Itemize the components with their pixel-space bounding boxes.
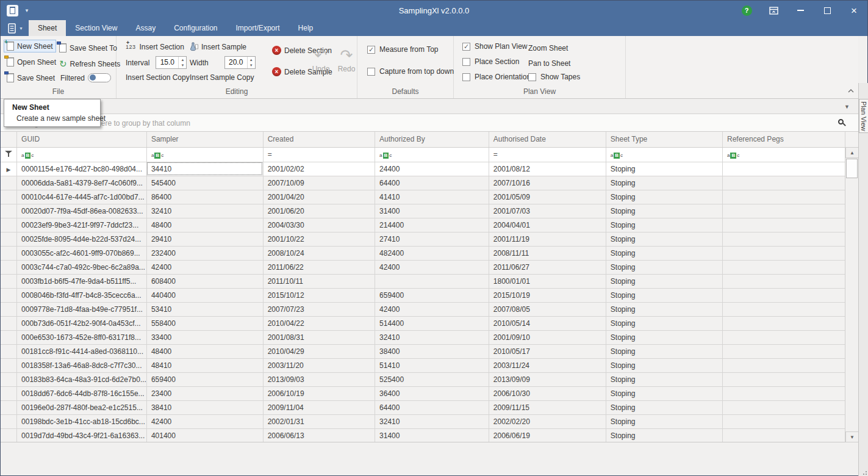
- cell-sampler[interactable]: 232400: [146, 246, 263, 260]
- cell-created[interactable]: 2001/02/02: [263, 162, 375, 176]
- cell-authorized-by[interactable]: 31400: [375, 428, 489, 442]
- tab-assay[interactable]: Assay: [126, 20, 165, 36]
- filter-cell-authorised-date[interactable]: =: [489, 147, 606, 162]
- cell-guid[interactable]: 00196e0d-287f-480f-bea2-e1c2515...: [17, 400, 147, 414]
- cell-sheet-type[interactable]: Stoping: [606, 316, 722, 330]
- table-row[interactable]: 00006dda-5a81-4379-8ef7-4c060f9...545400…: [1, 176, 858, 190]
- group-by-panel[interactable]: Drag a column header here to group by th…: [1, 114, 858, 132]
- cell-authorized-by[interactable]: 32410: [375, 330, 489, 344]
- cell-authorized-by[interactable]: 31400: [375, 204, 489, 218]
- cell-authorised-date[interactable]: 2009/11/15: [489, 400, 606, 414]
- cell-authorized-by[interactable]: 27410: [375, 232, 489, 246]
- cell-sheet-type[interactable]: Stoping: [606, 232, 722, 246]
- cell-referenced-pegs[interactable]: [723, 330, 845, 344]
- cell-authorised-date[interactable]: 2006/10/30: [489, 386, 606, 400]
- cell-authorized-by[interactable]: 24400: [375, 162, 489, 176]
- cell-referenced-pegs[interactable]: [723, 344, 845, 358]
- cell-guid[interactable]: 0009778e-71d8-4faa-b49e-c77951f...: [17, 302, 147, 316]
- table-row[interactable]: 0003055c-af2c-4601-9ff9-070b869...232400…: [1, 246, 858, 260]
- cell-sampler[interactable]: 86400: [146, 190, 263, 204]
- cell-authorised-date[interactable]: 2004/04/01: [489, 218, 606, 232]
- cell-referenced-pegs[interactable]: [723, 358, 845, 372]
- help-button[interactable]: ?: [733, 1, 760, 20]
- undo-button[interactable]: ↶ Undo: [309, 40, 333, 80]
- cell-created[interactable]: 2001/10/22: [263, 232, 375, 246]
- cell-authorized-by[interactable]: 42400: [375, 260, 489, 274]
- resize-grip[interactable]: [861, 469, 867, 475]
- cell-authorised-date[interactable]: 2010/05/17: [489, 344, 606, 358]
- cell-sampler[interactable]: 42400: [146, 260, 263, 274]
- cell-created[interactable]: 2010/04/29: [263, 344, 375, 358]
- cell-authorised-date[interactable]: 2001/08/12: [489, 162, 606, 176]
- cell-guid[interactable]: 0003055c-af2c-4601-9ff9-070b869...: [17, 246, 147, 260]
- cell-guid[interactable]: 0018358f-13a6-46a8-8dc8-c7f7c30...: [17, 358, 147, 372]
- cell-sampler[interactable]: 401400: [146, 428, 263, 442]
- cell-sheet-type[interactable]: Stoping: [606, 344, 722, 358]
- save-sheet-to-button[interactable]: Save Sheet To: [56, 41, 120, 54]
- cell-referenced-pegs[interactable]: [723, 176, 845, 190]
- cell-guid[interactable]: 0003fb1d-b6f5-47fe-9da4-b511ff5...: [17, 274, 147, 288]
- measure-from-top-checkbox[interactable]: Measure from Top: [367, 45, 439, 54]
- cell-created[interactable]: 2001/04/20: [263, 190, 375, 204]
- cell-created[interactable]: 2011/06/22: [263, 260, 375, 274]
- minimize-button[interactable]: [787, 1, 814, 20]
- cell-referenced-pegs[interactable]: [723, 190, 845, 204]
- width-up-icon[interactable]: ▲: [248, 57, 255, 63]
- table-row[interactable]: 0018358f-13a6-46a8-8dc8-c7f7c30...484102…: [1, 358, 858, 372]
- cell-referenced-pegs[interactable]: [723, 162, 845, 176]
- cell-created[interactable]: 2011/10/11: [263, 274, 375, 288]
- cell-sampler[interactable]: 48400: [146, 344, 263, 358]
- table-row[interactable]: 0003c744-c7a0-492c-9bec-6c2a89a...424002…: [1, 260, 858, 274]
- cell-authorized-by[interactable]: 51410: [375, 358, 489, 372]
- cell-sheet-type[interactable]: Stoping: [606, 274, 722, 288]
- cell-created[interactable]: 2015/10/12: [263, 288, 375, 302]
- cell-sampler[interactable]: 34410: [146, 162, 263, 176]
- cell-sampler[interactable]: 659400: [146, 372, 263, 386]
- close-button[interactable]: ×: [841, 1, 867, 20]
- interval-down-icon[interactable]: ▼: [179, 63, 186, 69]
- cell-referenced-pegs[interactable]: [723, 204, 845, 218]
- cell-authorized-by[interactable]: 42400: [375, 302, 489, 316]
- interval-spinner[interactable]: 15.0 ▲▼: [156, 56, 187, 69]
- show-plan-view-checkbox[interactable]: Show Plan View: [462, 42, 528, 51]
- filter-cell-sheet-type[interactable]: aBc: [606, 147, 722, 162]
- table-row[interactable]: 000e6530-1673-452e-8ff0-63171f8...334002…: [1, 330, 858, 344]
- cell-guid[interactable]: 00006dda-5a81-4379-8ef7-4c060f9...: [17, 176, 147, 190]
- filter-cell-sampler[interactable]: aBc: [146, 147, 263, 162]
- cell-sampler[interactable]: 32410: [146, 204, 263, 218]
- application-menu-button[interactable]: ▼: [1, 20, 29, 36]
- cell-authorised-date[interactable]: 2008/11/11: [489, 246, 606, 260]
- cell-sheet-type[interactable]: Stoping: [606, 428, 722, 442]
- column-header-referenced-pegs[interactable]: Referenced Pegs: [723, 132, 845, 147]
- cell-guid[interactable]: 00010c44-617e-4445-af7c-1d00bd7...: [17, 190, 147, 204]
- cell-sampler[interactable]: 29410: [146, 232, 263, 246]
- cell-authorised-date[interactable]: 2001/05/09: [489, 190, 606, 204]
- cell-created[interactable]: 2007/07/23: [263, 302, 375, 316]
- cell-referenced-pegs[interactable]: [723, 316, 845, 330]
- width-spinner[interactable]: 20.0 ▲▼: [224, 56, 256, 69]
- cell-authorised-date[interactable]: 2010/05/14: [489, 316, 606, 330]
- cell-sampler[interactable]: 53410: [146, 302, 263, 316]
- scroll-down-button[interactable]: ▼: [845, 431, 859, 442]
- table-row[interactable]: 0009778e-71d8-4faa-b49e-c77951f...534102…: [1, 302, 858, 316]
- cell-authorized-by[interactable]: 41410: [375, 190, 489, 204]
- cell-sheet-type[interactable]: Stoping: [606, 190, 722, 204]
- cell-guid[interactable]: 0008046b-f3fd-4ff7-b4c8-35cecc6a...: [17, 288, 147, 302]
- cell-authorised-date[interactable]: 2007/08/05: [489, 302, 606, 316]
- cell-created[interactable]: 2003/11/20: [263, 358, 375, 372]
- cell-referenced-pegs[interactable]: [723, 302, 845, 316]
- cell-guid[interactable]: 00020d07-7f9a-45df-86ea-0082633...: [17, 204, 147, 218]
- cell-authorized-by[interactable]: 36400: [375, 386, 489, 400]
- cell-referenced-pegs[interactable]: [723, 428, 845, 442]
- chevron-down-icon[interactable]: ▼: [844, 104, 850, 110]
- cell-sheet-type[interactable]: Stoping: [606, 176, 722, 190]
- cell-guid[interactable]: 0019d7dd-49bd-43c4-9f21-6a16363...: [17, 428, 147, 442]
- cell-authorised-date[interactable]: 2001/07/03: [489, 204, 606, 218]
- cell-sheet-type[interactable]: Stoping: [606, 400, 722, 414]
- cell-sheet-type[interactable]: Stoping: [606, 386, 722, 400]
- cell-guid[interactable]: 000b73d6-051f-42b2-90f4-0a453cf...: [17, 316, 147, 330]
- cell-authorized-by[interactable]: [375, 274, 489, 288]
- cell-authorised-date[interactable]: 2015/10/19: [489, 288, 606, 302]
- cell-created[interactable]: 2010/04/22: [263, 316, 375, 330]
- cell-authorized-by[interactable]: 214400: [375, 218, 489, 232]
